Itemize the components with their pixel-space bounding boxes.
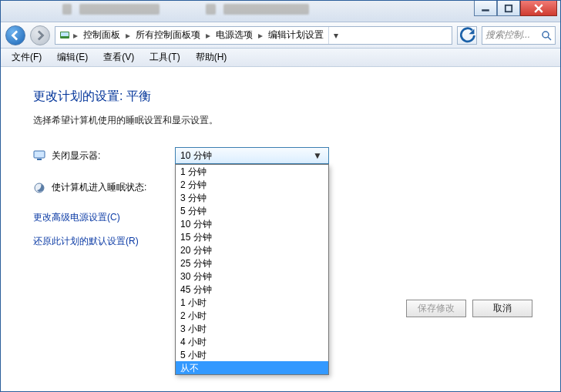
control-panel-icon (59, 29, 71, 42)
content: 更改计划的设置: 平衡 选择希望计算机使用的睡眠设置和显示设置。 关闭显示器: … (1, 67, 560, 391)
search-input[interactable]: 搜索控制... (482, 26, 556, 45)
back-button[interactable] (5, 25, 25, 45)
svg-rect-5 (61, 32, 69, 36)
svg-line-7 (548, 37, 551, 40)
svg-rect-1 (506, 5, 512, 11)
minimize-button[interactable] (474, 1, 497, 16)
menu-view[interactable]: 查看(V) (97, 49, 140, 65)
window-buttons (474, 1, 557, 16)
menu-file[interactable]: 文件(F) (5, 49, 48, 65)
page-subtitle: 选择希望计算机使用的睡眠设置和显示设置。 (33, 114, 528, 127)
dropdown-item[interactable]: 5 分钟 (176, 204, 328, 217)
breadcrumb-item[interactable]: 编辑计划设置 (265, 27, 327, 43)
breadcrumb-item[interactable]: 控制面板 (80, 27, 123, 43)
breadcrumb-sep: ▸ (257, 30, 264, 41)
chevron-down-icon: ▼ (311, 149, 324, 162)
dropdown-item[interactable]: 1 分钟 (176, 165, 328, 178)
breadcrumb-item[interactable]: 电源选项 (213, 27, 256, 43)
dropdown-item[interactable]: 2 分钟 (176, 178, 328, 191)
dropdown-item[interactable]: 10 分钟 (176, 217, 328, 230)
combo-value: 10 分钟 (180, 149, 212, 162)
dropdown-item[interactable]: 25 分钟 (176, 256, 328, 270)
search-icon (541, 30, 552, 41)
breadcrumb-sep: ▸ (205, 30, 211, 41)
dropdown-item[interactable]: 4 小时 (176, 335, 328, 348)
breadcrumb-sep: ▸ (125, 30, 131, 41)
row-display-off: 关闭显示器: 10 分钟 ▼ 1 分钟2 分钟3 分钟5 分钟10 分钟15 分… (33, 147, 528, 164)
menu-edit[interactable]: 编辑(E) (51, 49, 94, 65)
dropdown-item[interactable]: 2 小时 (176, 309, 328, 322)
svg-point-6 (543, 32, 549, 38)
breadcrumb-sep: ▸ (72, 30, 79, 41)
menu-bar: 文件(F) 编辑(E) 查看(V) 工具(T) 帮助(H) (1, 49, 560, 67)
window: ▸ 控制面板 ▸ 所有控制面板项 ▸ 电源选项 ▸ 编辑计划设置 ▾ 搜索控制.… (0, 0, 561, 392)
page-title: 更改计划的设置: 平衡 (33, 89, 528, 105)
dropdown-item[interactable]: 45 分钟 (176, 283, 328, 296)
dropdown-item[interactable]: 3 小时 (176, 322, 328, 335)
cancel-button[interactable]: 取消 (472, 300, 532, 317)
display-off-combo[interactable]: 10 分钟 ▼ 1 分钟2 分钟3 分钟5 分钟10 分钟15 分钟20 分钟2… (175, 147, 329, 164)
menu-tools[interactable]: 工具(T) (143, 49, 186, 65)
maximize-button[interactable] (497, 1, 520, 16)
dropdown-item[interactable]: 3 分钟 (176, 191, 328, 204)
address-bar[interactable]: ▸ 控制面板 ▸ 所有控制面板项 ▸ 电源选项 ▸ 编辑计划设置 ▾ (55, 26, 452, 45)
moon-icon (33, 182, 45, 194)
svg-rect-9 (37, 159, 42, 160)
monitor-icon (33, 149, 45, 162)
search-placeholder: 搜索控制... (485, 28, 530, 42)
dropdown-item[interactable]: 15 分钟 (176, 230, 328, 243)
dropdown-item[interactable]: 20 分钟 (176, 243, 328, 256)
save-button[interactable]: 保存修改 (406, 300, 466, 317)
dropdown-item[interactable]: 30 分钟 (176, 270, 328, 283)
svg-rect-8 (34, 151, 45, 158)
breadcrumb-item[interactable]: 所有控制面板项 (133, 27, 203, 43)
dropdown-item[interactable]: 从不 (176, 361, 328, 374)
titlebar (1, 1, 560, 22)
button-row: 保存修改 取消 (406, 300, 532, 317)
menu-help[interactable]: 帮助(H) (190, 49, 233, 65)
nav-row: ▸ 控制面板 ▸ 所有控制面板项 ▸ 电源选项 ▸ 编辑计划设置 ▾ 搜索控制.… (1, 22, 560, 49)
dropdown-item[interactable]: 5 小时 (176, 348, 328, 361)
forward-button[interactable] (30, 25, 50, 45)
titlebar-blur (62, 4, 309, 18)
address-dropdown[interactable]: ▾ (328, 27, 342, 44)
display-off-label: 关闭显示器: (52, 149, 175, 162)
close-button[interactable] (520, 1, 557, 16)
dropdown-list[interactable]: 1 分钟2 分钟3 分钟5 分钟10 分钟15 分钟20 分钟25 分钟30 分… (175, 164, 329, 375)
combo-box[interactable]: 10 分钟 ▼ (175, 147, 329, 164)
dropdown-item[interactable]: 1 小时 (176, 296, 328, 309)
refresh-button[interactable] (457, 26, 477, 45)
sleep-label: 使计算机进入睡眠状态: (52, 181, 175, 194)
